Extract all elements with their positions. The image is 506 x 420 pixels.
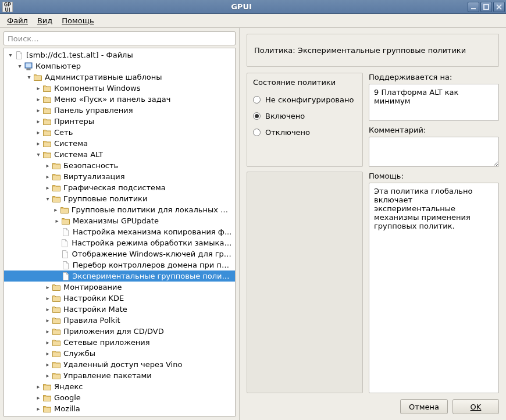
- chevron-right-icon[interactable]: ▸: [52, 206, 60, 214]
- chevron-down-icon[interactable]: ▾: [44, 195, 52, 203]
- doc-icon: [61, 272, 70, 281]
- search-input[interactable]: Поиск...: [3, 31, 236, 45]
- tree-row[interactable]: ▸Настройки KDE: [4, 293, 235, 304]
- help-label: Помощь:: [369, 172, 499, 180]
- radio-not-configured[interactable]: Не сконфигурировано: [253, 91, 357, 108]
- chevron-right-icon[interactable]: ▸: [44, 328, 52, 336]
- folder-icon: [42, 95, 52, 104]
- tree-row[interactable]: ▸Mozilla: [4, 403, 235, 414]
- menubar: Файл Вид Помощь: [0, 14, 506, 28]
- tree-row[interactable]: ▸Сетевые приложения: [4, 337, 235, 348]
- tree-row[interactable]: ▸Меню «Пуск» и панель задач: [4, 94, 235, 105]
- tree-row[interactable]: Настройка режима обработки замыкан...: [4, 237, 235, 248]
- tree-row[interactable]: Отображение Windows-ключей для гру...: [4, 248, 235, 259]
- tree-row[interactable]: ▸Яндекс: [4, 381, 235, 392]
- folder-icon: [52, 161, 61, 170]
- tree-row[interactable]: ▸Панель управления: [4, 105, 235, 116]
- chevron-right-icon[interactable]: ▸: [44, 372, 52, 380]
- chevron-right-icon[interactable]: ▸: [44, 305, 52, 314]
- tree-row[interactable]: ▸Система: [4, 138, 235, 149]
- tree-row[interactable]: ▾Компьютер: [4, 60, 235, 72]
- tree-row[interactable]: ▸Сеть: [4, 127, 235, 138]
- chevron-right-icon[interactable]: ▸: [34, 405, 42, 413]
- tree-row[interactable]: ▸Приложения для CD/DVD: [4, 326, 235, 337]
- folder-icon: [52, 294, 61, 303]
- folder-icon: [52, 183, 61, 193]
- tree-row[interactable]: ▸Удаленный доступ через Vino: [4, 359, 235, 370]
- chevron-right-icon[interactable]: ▸: [44, 316, 52, 325]
- folder-icon: [42, 382, 52, 391]
- chevron-right-icon[interactable]: ▸: [34, 95, 42, 104]
- tree-row[interactable]: ▸Правила Polkit: [4, 315, 235, 326]
- radio-disabled[interactable]: Отключено: [253, 124, 357, 140]
- app-icon: GPUI: [2, 2, 13, 12]
- tree-row[interactable]: Перебор контроллеров домена при по...: [4, 259, 235, 270]
- chevron-right-icon[interactable]: ▸: [34, 140, 42, 148]
- tree-row[interactable]: ▾Система ALT: [4, 149, 235, 160]
- tree-row[interactable]: ▸Графическая подсистема: [4, 182, 235, 193]
- chevron-right-icon[interactable]: ▸: [44, 294, 52, 302]
- tree-row-label: Настройки Mate: [63, 305, 127, 314]
- chevron-right-icon[interactable]: ▸: [34, 383, 42, 391]
- chevron-right-icon[interactable]: ▸: [44, 173, 52, 181]
- chevron-down-icon[interactable]: ▾: [16, 62, 24, 70]
- chevron-down-icon[interactable]: ▾: [34, 151, 42, 159]
- folder-icon: [52, 172, 61, 181]
- tree-row[interactable]: ▸Принтеры: [4, 116, 235, 127]
- tree-row[interactable]: ▾Административные шаблоны: [4, 72, 235, 83]
- menu-help[interactable]: Помощь: [58, 15, 97, 26]
- doc-icon: [15, 51, 24, 60]
- tree-row-label: Отображение Windows-ключей для гру...: [72, 250, 233, 258]
- tree-row[interactable]: Экспериментальные групповые полит...: [4, 270, 235, 282]
- tree-row[interactable]: ▸Настройки Mate: [4, 304, 235, 315]
- tree-row[interactable]: ▾Групповые политики: [4, 193, 235, 204]
- chevron-right-icon[interactable]: ▸: [34, 118, 42, 126]
- chevron-right-icon[interactable]: ▸: [34, 394, 42, 402]
- tree-row-label: Компоненты Windows: [54, 84, 140, 92]
- tree-row[interactable]: ▸Управление пакетами: [4, 370, 235, 381]
- chevron-right-icon[interactable]: ▸: [34, 106, 42, 115]
- tree-row[interactable]: ▸Механизмы GPUpdate: [4, 215, 235, 226]
- tree-row[interactable]: Настройка механизма копирования ф...: [4, 226, 235, 237]
- tree-row[interactable]: ▸Службы: [4, 348, 235, 359]
- minimize-button[interactable]: [468, 2, 479, 12]
- options-panel: [247, 172, 363, 393]
- tree-scroll[interactable]: ▾[smb://dc1.test.alt] - Файлы▾Компьютер▾…: [4, 48, 235, 416]
- tree-row-label: Приложения для CD/DVD: [63, 327, 164, 336]
- chevron-right-icon[interactable]: ▸: [44, 361, 52, 369]
- close-button[interactable]: [493, 2, 505, 12]
- ok-button[interactable]: OK: [452, 399, 499, 414]
- chevron-right-icon[interactable]: ▸: [44, 283, 52, 291]
- tree-row-label: Система: [54, 139, 88, 148]
- radio-enabled[interactable]: Включено: [253, 108, 357, 124]
- tree-row-label: Google: [54, 393, 81, 402]
- chevron-down-icon[interactable]: ▾: [6, 51, 15, 59]
- chevron-down-icon[interactable]: ▾: [25, 73, 33, 81]
- chevron-right-icon[interactable]: ▸: [44, 162, 52, 170]
- chevron-right-icon[interactable]: ▸: [34, 84, 42, 92]
- chevron-right-icon[interactable]: ▸: [44, 350, 52, 358]
- chevron-right-icon[interactable]: ▸: [44, 184, 52, 192]
- tree-row-label: Групповые политики: [63, 194, 147, 203]
- comment-input[interactable]: [369, 137, 499, 167]
- tree-row[interactable]: ▸Google: [4, 392, 235, 403]
- chevron-right-icon[interactable]: ▸: [44, 339, 52, 347]
- tree-row[interactable]: ▸Компоненты Windows: [4, 83, 235, 94]
- menu-view[interactable]: Вид: [34, 15, 56, 26]
- maximize-button[interactable]: [480, 2, 492, 12]
- cancel-button[interactable]: Отмена: [400, 399, 448, 414]
- tree-row-label: Управление пакетами: [63, 371, 152, 380]
- tree-row[interactable]: ▾[smb://dc1.test.alt] - Файлы: [4, 49, 235, 60]
- tree-row[interactable]: ▸Безопасность: [4, 160, 235, 171]
- tree-row[interactable]: ▸Групповые политики для локальных по...: [4, 204, 235, 215]
- help-text: Эта политика глобально включает эксперим…: [369, 183, 499, 393]
- folder-icon: [52, 327, 61, 336]
- chevron-right-icon[interactable]: ▸: [53, 217, 61, 225]
- svg-rect-5: [26, 63, 31, 67]
- comment-label: Комментарий:: [369, 126, 499, 134]
- tree-row[interactable]: ▸Монтирование: [4, 282, 235, 293]
- menu-file[interactable]: Файл: [3, 15, 31, 26]
- chevron-right-icon[interactable]: ▸: [34, 129, 42, 137]
- folder-icon: [42, 117, 52, 126]
- tree-row[interactable]: ▸Виртуализация: [4, 171, 235, 182]
